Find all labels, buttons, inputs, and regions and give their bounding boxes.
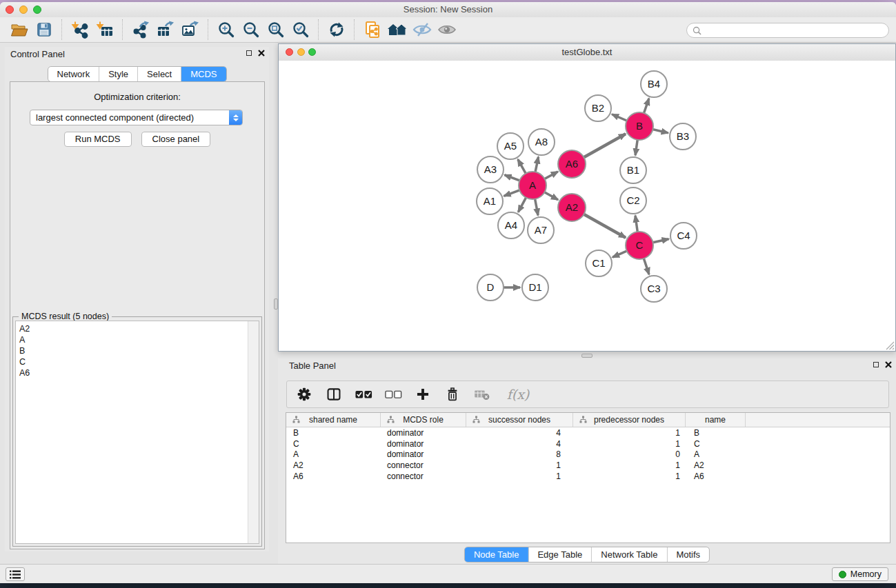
graph-node-B2[interactable]: B2 bbox=[585, 95, 611, 121]
graph-node-A2[interactable]: A2 bbox=[558, 194, 586, 221]
export-table-button[interactable] bbox=[153, 19, 178, 41]
float-panel-icon[interactable] bbox=[246, 50, 252, 56]
export-network-button[interactable] bbox=[128, 19, 153, 41]
column-header-successor-nodes[interactable]: successor nodes bbox=[466, 413, 573, 427]
create-column-button[interactable] bbox=[414, 385, 432, 404]
list-scrollbar[interactable] bbox=[248, 321, 259, 543]
table-options-button[interactable] bbox=[295, 385, 313, 404]
select-all-columns-button[interactable] bbox=[355, 385, 372, 404]
tab-motifs[interactable]: Motifs bbox=[666, 547, 709, 562]
network-graph[interactable]: B4B2BB3A5A8A6B1A3AC2A1A2A4A7C4CC1C3DD1 bbox=[279, 61, 895, 351]
table-cell[interactable]: A6 bbox=[286, 472, 381, 481]
tab-edge-table[interactable]: Edge Table bbox=[528, 547, 591, 562]
open-file-button[interactable] bbox=[7, 19, 32, 41]
hide-selected-button[interactable] bbox=[410, 19, 435, 41]
table-cell[interactable]: dominator bbox=[381, 428, 466, 438]
graph-node-B4[interactable]: B4 bbox=[641, 71, 667, 97]
close-panel-button[interactable]: Close panel bbox=[141, 132, 211, 147]
zoom-selected-button[interactable] bbox=[288, 19, 313, 41]
table-cell[interactable]: A2 bbox=[286, 460, 381, 470]
tab-network[interactable]: Network bbox=[48, 67, 99, 81]
column-header-shared-name[interactable]: shared name bbox=[286, 413, 381, 427]
column-header-name[interactable]: name bbox=[686, 413, 746, 427]
table-cell[interactable]: C bbox=[686, 439, 746, 449]
memory-button[interactable]: Memory bbox=[832, 567, 888, 581]
table-cell[interactable]: 1 bbox=[466, 460, 573, 470]
mcds-result-item[interactable]: A bbox=[16, 334, 248, 345]
search-input[interactable] bbox=[705, 25, 883, 36]
network-canvas[interactable]: B4B2BB3A5A8A6B1A3AC2A1A2A4A7C4CC1C3DD1 bbox=[279, 61, 895, 351]
table-cell[interactable]: B bbox=[686, 428, 746, 438]
splitter-handle-bottom[interactable] bbox=[581, 354, 593, 358]
network-from-selection-button[interactable] bbox=[360, 19, 385, 41]
table-cell[interactable]: connector bbox=[381, 460, 466, 470]
close-panel-icon[interactable] bbox=[258, 50, 265, 57]
resize-grip-icon[interactable] bbox=[885, 341, 895, 350]
table-cell[interactable]: dominator bbox=[381, 449, 466, 459]
unselect-all-columns-button[interactable] bbox=[384, 385, 402, 404]
mcds-result-item[interactable]: A2 bbox=[16, 323, 248, 334]
criterion-dropdown[interactable]: largest connected component (directed) bbox=[30, 110, 243, 125]
graph-node-B1[interactable]: B1 bbox=[620, 157, 646, 183]
refresh-network-button[interactable] bbox=[324, 19, 349, 41]
graph-node-B3[interactable]: B3 bbox=[670, 123, 696, 150]
delete-columns-button[interactable] bbox=[444, 385, 461, 404]
graph-node-C4[interactable]: C4 bbox=[670, 223, 697, 249]
delete-table-button[interactable] bbox=[473, 385, 491, 404]
table-cell[interactable]: 8 bbox=[466, 449, 573, 459]
graph-node-A6[interactable]: A6 bbox=[558, 150, 586, 178]
table-row[interactable]: A6connector11A6 bbox=[286, 471, 890, 482]
table-cell[interactable]: 4 bbox=[466, 428, 573, 438]
mcds-result-item[interactable]: A6 bbox=[16, 367, 248, 378]
zoom-in-button[interactable] bbox=[214, 19, 239, 41]
show-all-button[interactable] bbox=[435, 19, 459, 41]
table-cell[interactable]: A6 bbox=[686, 472, 746, 481]
zoom-fit-button[interactable] bbox=[263, 19, 288, 41]
graph-node-D1[interactable]: D1 bbox=[522, 274, 548, 301]
home-view-button[interactable] bbox=[385, 19, 410, 41]
run-mcds-button[interactable]: Run MCDS bbox=[64, 132, 132, 147]
graph-node-A3[interactable]: A3 bbox=[477, 156, 504, 183]
graph-node-A7[interactable]: A7 bbox=[528, 217, 554, 243]
graph-node-A5[interactable]: A5 bbox=[497, 133, 524, 159]
splitter-handle-left[interactable] bbox=[274, 298, 278, 310]
search-field[interactable] bbox=[686, 23, 889, 38]
zoom-out-button[interactable] bbox=[239, 19, 263, 41]
graph-node-A[interactable]: A bbox=[519, 172, 546, 199]
show-column-button[interactable] bbox=[325, 385, 343, 404]
graph-node-C2[interactable]: C2 bbox=[620, 187, 646, 214]
table-cell[interactable]: A bbox=[286, 449, 381, 459]
tab-mcds[interactable]: MCDS bbox=[181, 67, 226, 81]
import-table-button[interactable] bbox=[92, 19, 117, 41]
table-cell[interactable]: B bbox=[286, 428, 381, 438]
table-cell[interactable]: 1 bbox=[573, 472, 686, 481]
graph-node-B[interactable]: B bbox=[626, 112, 653, 140]
show-panels-button[interactable] bbox=[6, 567, 25, 581]
float-panel-icon[interactable] bbox=[873, 362, 879, 367]
mcds-result-item[interactable]: C bbox=[16, 356, 248, 367]
table-cell[interactable]: 1 bbox=[466, 472, 573, 481]
import-network-button[interactable] bbox=[68, 19, 92, 41]
mcds-result-list[interactable]: A2ABCA6 bbox=[15, 321, 259, 544]
graph-node-D[interactable]: D bbox=[477, 274, 504, 301]
graph-node-C[interactable]: C bbox=[626, 232, 653, 259]
table-cell[interactable]: 1 bbox=[573, 460, 686, 470]
table-cell[interactable]: C bbox=[286, 439, 381, 449]
tab-network-table[interactable]: Network Table bbox=[591, 547, 666, 562]
graph-node-A4[interactable]: A4 bbox=[498, 212, 524, 239]
column-header-mcds-role[interactable]: MCDS role bbox=[381, 413, 466, 427]
close-panel-icon[interactable] bbox=[885, 361, 892, 368]
function-builder-button[interactable]: f(x) bbox=[503, 385, 533, 404]
mcds-result-item[interactable]: B bbox=[16, 345, 248, 356]
table-cell[interactable]: A bbox=[686, 449, 746, 459]
table-cell[interactable]: 4 bbox=[466, 439, 573, 449]
tab-select[interactable]: Select bbox=[137, 67, 181, 81]
table-row[interactable]: Adominator80A bbox=[286, 449, 890, 460]
column-header-predecessor-nodes[interactable]: predecessor nodes bbox=[573, 413, 686, 427]
table-cell[interactable]: 1 bbox=[573, 439, 686, 449]
graph-node-A8[interactable]: A8 bbox=[528, 129, 555, 155]
table-cell[interactable]: connector bbox=[381, 472, 466, 481]
graph-node-A1[interactable]: A1 bbox=[477, 188, 503, 214]
table-row[interactable]: Cdominator41C bbox=[286, 438, 890, 449]
table-row[interactable]: Bdominator41B bbox=[286, 427, 890, 438]
